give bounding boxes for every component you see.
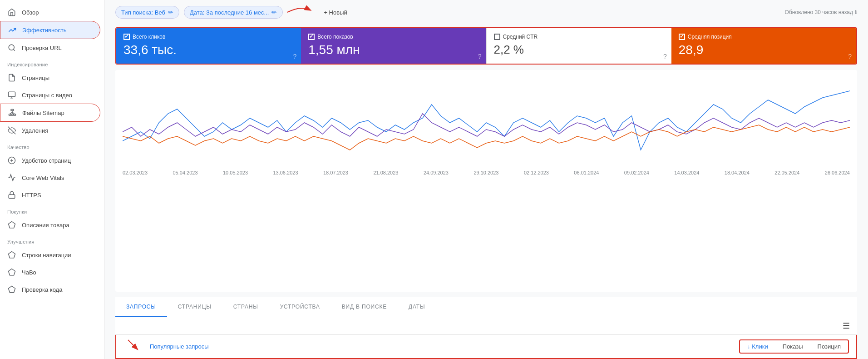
sort-col-impressions[interactable]: Показы (775, 340, 810, 353)
help-icon-ctr[interactable]: ? (663, 53, 667, 60)
metric-card-clicks[interactable]: Всего кликов 33,6 тыс. ? (116, 28, 301, 64)
sidebar-item-label: Строки навигации (22, 252, 71, 259)
date-label-8: 02.12.2023 (524, 170, 549, 175)
main-content: Тип поиска: Веб ✏ Дата: За последние 16 … (104, 0, 868, 359)
metric-ctr-value: 2,2 % (494, 43, 664, 57)
diamond4-icon (7, 285, 16, 294)
metric-ctr-label: Средний CTR (503, 34, 538, 40)
date-label-13: 22.05.2024 (774, 170, 799, 175)
date-label-11: 14.03.2024 (674, 170, 699, 175)
tab-search-type[interactable]: ВИД В ПОИСКЕ (331, 297, 398, 317)
sidebar-item-product-descriptions[interactable]: Описания товара (0, 216, 100, 234)
sort-col-clicks[interactable]: ↓ Клики (740, 340, 775, 353)
table-header: ☰ (115, 317, 857, 335)
tabs-row: ЗАПРОСЫ СТРАНИЦЫ СТРАНЫ УСТРОЙСТВА ВИД В… (115, 297, 857, 317)
tab-queries[interactable]: ЗАПРОСЫ (115, 297, 167, 317)
svg-marker-16 (9, 222, 15, 228)
diamond2-icon (7, 250, 16, 259)
sidebar-section-shopping: Покупки (0, 204, 104, 216)
sidebar-item-faq[interactable]: ЧаВо (0, 264, 100, 281)
tab-dates[interactable]: ДАТЫ (398, 297, 436, 317)
sidebar-item-video-pages[interactable]: Страницы с видео (0, 86, 100, 104)
date-label-12: 18.04.2024 (725, 170, 750, 175)
annotation-arrow-2 (123, 340, 146, 354)
sidebar-item-label: Проверка кода (22, 286, 62, 293)
sidebar-item-core-web-vitals[interactable]: Core Web Vitals (0, 169, 100, 186)
sitemap-icon (8, 108, 17, 117)
trending-up-icon (8, 25, 17, 35)
sidebar-item-label: Обзор (22, 9, 39, 16)
tab-countries[interactable]: СТРАНЫ (222, 297, 269, 317)
sidebar-item-breadcrumbs[interactable]: Строки навигации (0, 246, 100, 264)
chart-area: 02.03.2023 05.04.2023 10.05.2023 13.06.2… (115, 70, 857, 292)
sort-col-position[interactable]: Позиция (810, 340, 848, 353)
help-icon-clicks[interactable]: ? (293, 53, 296, 60)
date-label-2: 10.05.2023 (223, 170, 248, 175)
metric-position-value: 28,9 (679, 43, 849, 57)
edit-icon-2: ✏ (271, 9, 277, 16)
metric-card-ctr[interactable]: Средний CTR 2,2 % ? (486, 28, 671, 64)
sidebar-item-pages[interactable]: Страницы (0, 69, 100, 86)
help-icon-position[interactable]: ? (848, 53, 852, 60)
svg-rect-6 (9, 114, 11, 115)
date-label-14: 26.06.2024 (825, 170, 850, 175)
sidebar-item-label: Удаления (22, 127, 48, 134)
popular-queries-section: Популярные запросы (123, 340, 209, 354)
metric-card-position[interactable]: Средняя позиция 28,9 ? (671, 28, 856, 64)
sort-arrow-clicks: ↓ (747, 344, 750, 350)
date-label-1: 05.04.2023 (173, 170, 197, 175)
edit-icon-1: ✏ (168, 9, 173, 16)
search-icon (7, 43, 16, 52)
tab-devices[interactable]: УСТРОЙСТВА (269, 297, 331, 317)
sidebar-item-label: Страницы с видео (22, 92, 72, 99)
date-label-3: 13.06.2023 (273, 170, 298, 175)
activity-icon (7, 173, 16, 182)
sidebar-item-code-check[interactable]: Проверка кода (0, 281, 100, 298)
sidebar-section-quality: Качество (0, 139, 104, 152)
metric-position-header: Средняя позиция (679, 34, 849, 40)
metric-impressions-header: Всего показов (308, 34, 478, 40)
sidebar-item-label: Core Web Vitals (22, 175, 64, 181)
new-button[interactable]: + Новый (319, 7, 351, 18)
metric-clicks-header: Всего кликов (123, 34, 294, 40)
topbar: Тип поиска: Веб ✏ Дата: За последние 16 … (104, 0, 868, 24)
tab-pages[interactable]: СТРАНИЦЫ (167, 297, 222, 317)
sidebar-item-https[interactable]: HTTPS (0, 186, 100, 204)
sidebar-item-label: Файлы Sitemap (22, 110, 64, 116)
sidebar-item-removals[interactable]: Удаления (0, 122, 100, 139)
metric-clicks-checkbox[interactable] (123, 34, 130, 40)
sidebar-item-sitemap[interactable]: Файлы Sitemap (0, 104, 100, 122)
date-label-6: 24.09.2023 (424, 170, 449, 175)
metric-impressions-label: Всего показов (317, 34, 353, 40)
sidebar-item-label: ЧаВо (22, 269, 36, 276)
sidebar-item-label: Описания товара (22, 222, 69, 229)
sidebar-item-page-experience[interactable]: Удобство страниц (0, 152, 100, 169)
sidebar-item-url-check[interactable]: Проверка URL (0, 39, 100, 56)
sidebar-item-performance[interactable]: Эффективность (0, 21, 100, 39)
sidebar-item-label: Проверка URL (22, 45, 62, 51)
date-label-4: 18.07.2023 (323, 170, 348, 175)
sidebar-item-label: Эффективность (22, 27, 67, 34)
sidebar-section-improvements: Улучшения (0, 234, 104, 246)
search-type-filter[interactable]: Тип поиска: Веб ✏ (115, 6, 179, 19)
svg-marker-18 (9, 269, 15, 275)
diamond3-icon (7, 268, 16, 277)
search-type-label: Тип поиска: Веб (121, 9, 165, 16)
file-video-icon (7, 90, 16, 100)
sidebar-item-overview[interactable]: Обзор (0, 4, 100, 21)
metric-position-checkbox[interactable] (679, 34, 685, 40)
metric-impressions-value: 1,55 млн (308, 43, 478, 57)
popular-queries-link[interactable]: Популярные запросы (150, 343, 209, 350)
date-filter[interactable]: Дата: За последние 16 мес... ✏ (184, 6, 283, 19)
updated-status: Обновлено 30 часов назад ℹ (785, 9, 857, 15)
metric-card-impressions[interactable]: Всего показов 1,55 млн ? (301, 28, 486, 64)
metric-ctr-header: Средний CTR (494, 34, 664, 40)
metric-impressions-checkbox[interactable] (308, 34, 315, 40)
help-icon-impressions[interactable]: ? (478, 53, 482, 60)
metric-ctr-checkbox[interactable] (494, 34, 500, 40)
filter-icon[interactable]: ☰ (843, 321, 850, 331)
sidebar-item-label: Страницы (22, 75, 49, 81)
sidebar-item-label: HTTPS (22, 192, 41, 199)
svg-line-1 (13, 49, 15, 50)
metric-clicks-label: Всего кликов (133, 34, 165, 40)
